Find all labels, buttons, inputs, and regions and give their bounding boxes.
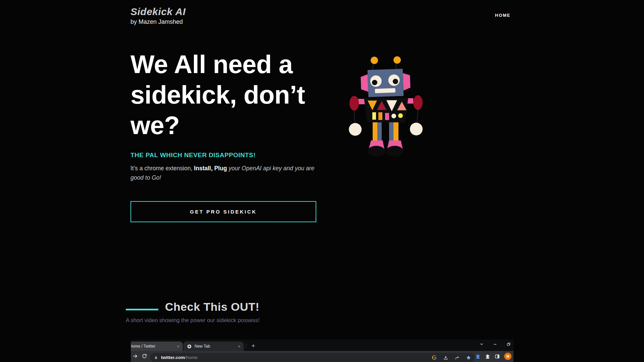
side-panel-icon: [494, 354, 500, 359]
address-bar-icons: [431, 355, 471, 360]
lock-icon: [154, 355, 158, 360]
browser-tab-strip: Home / Twitter × New Tab × +: [131, 340, 514, 351]
desc-part-1: It’s a chrome extension,: [130, 165, 194, 172]
window-controls: [479, 342, 511, 347]
get-pro-sidekick-button[interactable]: GET PRO SIDEKICK: [130, 201, 316, 222]
restore-icon: [506, 342, 511, 347]
close-icon: ×: [238, 344, 240, 349]
hero-tagline: THE PAL WHICH NEVER DISAPPOINTS!: [130, 152, 345, 159]
tab-title: New Tab: [195, 344, 235, 349]
hero-section: We All need a sidekick, don’t we? THE PA…: [130, 49, 345, 222]
browser-toolbar: twitter.com/home M: [131, 351, 514, 362]
reload-icon: [142, 353, 147, 359]
robot-mouth: [375, 88, 395, 93]
accent-divider-line: [126, 309, 158, 310]
chrome-icon: [187, 344, 192, 349]
extensions-puzzle-icon: [485, 354, 490, 359]
new-tab-button: +: [249, 342, 258, 350]
video-section-subheading: A short video showing the power our side…: [126, 317, 260, 323]
bookmark-star-icon: [466, 355, 471, 360]
toolbar-icons: M: [475, 353, 512, 360]
minimize-icon: [493, 342, 497, 347]
hero-description: It’s a chrome extension, Install, Plug y…: [130, 164, 318, 182]
forward-arrow-icon: [132, 353, 138, 359]
tab-title: Home / Twitter: [131, 344, 174, 349]
robot-hand-left: [349, 123, 362, 136]
landing-page: Sidekick AI by Mazen Jamshed HOME We All…: [0, 0, 644, 362]
profile-avatar: M: [504, 353, 512, 360]
video-section-heading: Check This OUT!: [165, 300, 259, 313]
google-icon: [431, 355, 437, 360]
logo-subtitle: by Mazen Jamshed: [130, 18, 185, 25]
address-bar: twitter.com/home: [150, 353, 475, 362]
antenna-ball-left: [371, 57, 378, 64]
url-domain: twitter.com: [161, 355, 185, 360]
url-path: /home: [185, 355, 198, 360]
extension-blue-icon: [475, 354, 481, 359]
close-icon: ×: [177, 344, 179, 349]
chevron-down-icon: [479, 342, 484, 347]
desc-part-2: Install, Plug: [194, 165, 227, 172]
url-text: twitter.com/home: [161, 355, 198, 360]
site-logo[interactable]: Sidekick AI by Mazen Jamshed: [130, 6, 185, 25]
download-icon: [443, 355, 448, 360]
robot-hand-right: [410, 123, 423, 135]
robot-ear-left: [361, 74, 368, 92]
demo-video[interactable]: Home / Twitter × New Tab × +: [131, 340, 514, 362]
robot-ear-right: [403, 73, 411, 90]
antenna-ball-right: [393, 56, 401, 64]
browser-tab-new-tab: New Tab ×: [183, 342, 244, 351]
logo-title: Sidekick AI: [130, 6, 185, 17]
sidekick-robot-illustration: [345, 53, 427, 159]
hero-heading: We All need a sidekick, don’t we?: [130, 49, 338, 141]
nav-link-home[interactable]: HOME: [495, 13, 511, 18]
share-icon: [454, 355, 460, 360]
browser-tab-twitter: Home / Twitter ×: [131, 342, 183, 351]
tab-separator: [246, 344, 246, 349]
